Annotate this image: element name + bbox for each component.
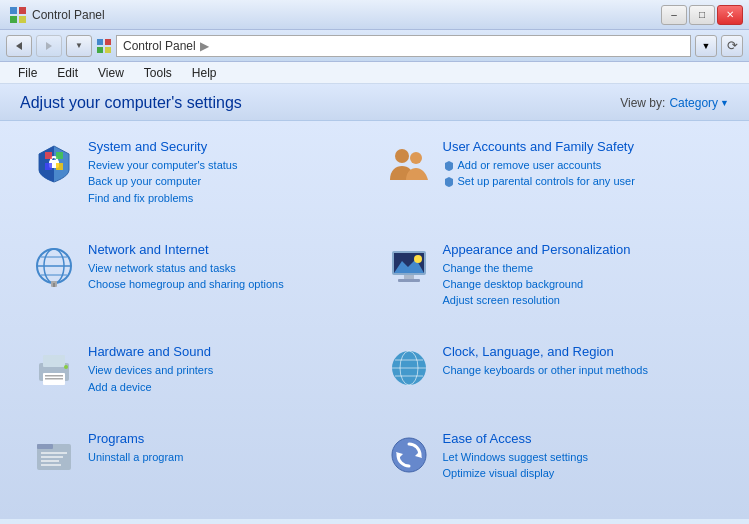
menu-tools[interactable]: Tools xyxy=(136,64,180,82)
link-desktop-bg[interactable]: Change desktop background xyxy=(443,277,720,292)
svg-rect-0 xyxy=(10,7,17,14)
hardware-icon xyxy=(30,344,78,392)
menu-view[interactable]: View xyxy=(90,64,132,82)
window-controls: – □ ✕ xyxy=(661,5,743,25)
maximize-button[interactable]: □ xyxy=(689,5,715,25)
system-security-text: System and Security Review your computer… xyxy=(88,139,365,206)
svg-point-28 xyxy=(414,255,422,263)
category-system-security[interactable]: System and Security Review your computer… xyxy=(20,131,375,234)
link-network-status[interactable]: View network status and tasks xyxy=(88,261,365,276)
svg-rect-47 xyxy=(41,464,61,466)
link-devices-printers[interactable]: View devices and printers xyxy=(88,363,365,378)
minimize-button[interactable]: – xyxy=(661,5,687,25)
link-homegroup[interactable]: Choose homegroup and sharing options xyxy=(88,277,365,292)
svg-rect-6 xyxy=(97,39,103,45)
svg-point-36 xyxy=(64,365,68,369)
svg-rect-34 xyxy=(45,375,63,377)
main-content: Adjust your computer's settings View by:… xyxy=(0,84,749,524)
title-bar: Control Panel – □ ✕ xyxy=(0,0,749,30)
address-dropdown[interactable]: ▼ xyxy=(695,35,717,57)
appearance-text: Appearance and Personalization Change th… xyxy=(443,242,720,309)
ease-of-access-title[interactable]: Ease of Access xyxy=(443,431,720,448)
svg-point-16 xyxy=(395,149,409,163)
network-text: Network and Internet View network status… xyxy=(88,242,365,293)
address-icon xyxy=(96,38,112,54)
back-button[interactable] xyxy=(6,35,32,57)
address-field[interactable]: Control Panel ▶ xyxy=(116,35,691,57)
svg-point-17 xyxy=(410,152,422,164)
link-suggest-settings[interactable]: Let Windows suggest settings xyxy=(443,450,720,465)
view-by: View by: Category ▼ xyxy=(620,96,729,110)
menu-file[interactable]: File xyxy=(10,64,45,82)
svg-rect-14 xyxy=(45,163,52,170)
hardware-links: View devices and printers Add a device xyxy=(88,363,365,395)
dropdown-button[interactable]: ▼ xyxy=(66,35,92,57)
link-keyboards[interactable]: Change keyboards or other input methods xyxy=(443,363,720,378)
link-change-theme[interactable]: Change the theme xyxy=(443,261,720,276)
svg-marker-4 xyxy=(16,42,22,50)
page-title: Adjust your computer's settings xyxy=(20,94,242,112)
user-accounts-text: User Accounts and Family Safety Add or r… xyxy=(443,139,720,190)
svg-rect-46 xyxy=(41,460,59,462)
link-fix-problems[interactable]: Find and fix problems xyxy=(88,191,365,206)
hardware-title[interactable]: Hardware and Sound xyxy=(88,344,365,361)
menu-help[interactable]: Help xyxy=(184,64,225,82)
link-review-status[interactable]: Review your computer's status xyxy=(88,158,365,173)
appearance-icon xyxy=(385,242,433,290)
link-add-remove-accounts[interactable]: Add or remove user accounts xyxy=(443,158,720,173)
clock-links: Change keyboards or other input methods xyxy=(443,363,720,378)
close-button[interactable]: ✕ xyxy=(717,5,743,25)
svg-rect-2 xyxy=(10,16,17,23)
categories-grid: System and Security Review your computer… xyxy=(0,121,749,519)
svg-marker-5 xyxy=(46,42,52,50)
appearance-links: Change the theme Change desktop backgrou… xyxy=(443,261,720,309)
programs-links: Uninstall a program xyxy=(88,450,365,465)
system-security-title[interactable]: System and Security xyxy=(88,139,365,156)
category-appearance[interactable]: Appearance and Personalization Change th… xyxy=(375,234,730,337)
ease-of-access-text: Ease of Access Let Windows suggest setti… xyxy=(443,431,720,482)
category-user-accounts[interactable]: User Accounts and Family Safety Add or r… xyxy=(375,131,730,234)
category-programs[interactable]: Programs Uninstall a program xyxy=(20,423,375,509)
menu-edit[interactable]: Edit xyxy=(49,64,86,82)
category-network[interactable]: Network and Internet View network status… xyxy=(20,234,375,337)
link-parental-controls[interactable]: Set up parental controls for any user xyxy=(443,174,720,189)
svg-rect-15 xyxy=(56,163,63,170)
category-ease-of-access[interactable]: Ease of Access Let Windows suggest setti… xyxy=(375,423,730,509)
link-backup[interactable]: Back up your computer xyxy=(88,174,365,189)
category-hardware[interactable]: Hardware and Sound View devices and prin… xyxy=(20,336,375,422)
system-security-links: Review your computer's status Back up yo… xyxy=(88,158,365,206)
hardware-text: Hardware and Sound View devices and prin… xyxy=(88,344,365,395)
link-screen-resolution[interactable]: Adjust screen resolution xyxy=(443,293,720,308)
view-by-selector[interactable]: Category ▼ xyxy=(669,96,729,110)
link-uninstall[interactable]: Uninstall a program xyxy=(88,450,365,465)
link-add-device[interactable]: Add a device xyxy=(88,380,365,395)
svg-rect-45 xyxy=(41,456,63,458)
programs-text: Programs Uninstall a program xyxy=(88,431,365,465)
network-links: View network status and tasks Choose hom… xyxy=(88,261,365,293)
network-title[interactable]: Network and Internet xyxy=(88,242,365,259)
svg-rect-1 xyxy=(19,7,26,14)
forward-button[interactable] xyxy=(36,35,62,57)
user-accounts-title[interactable]: User Accounts and Family Safety xyxy=(443,139,720,156)
refresh-button[interactable]: ⟳ xyxy=(721,35,743,57)
link-optimize-display[interactable]: Optimize visual display xyxy=(443,466,720,481)
user-accounts-icon xyxy=(385,139,433,187)
svg-rect-3 xyxy=(19,16,26,23)
svg-rect-30 xyxy=(398,279,420,282)
svg-rect-32 xyxy=(43,355,65,367)
clock-text: Clock, Language, and Region Change keybo… xyxy=(443,344,720,378)
svg-rect-12 xyxy=(45,152,52,159)
system-security-icon xyxy=(30,139,78,187)
menu-bar: File Edit View Tools Help xyxy=(0,62,749,84)
clock-title[interactable]: Clock, Language, and Region xyxy=(443,344,720,361)
title-bar-text: Control Panel xyxy=(32,8,105,22)
ease-of-access-links: Let Windows suggest settings Optimize vi… xyxy=(443,450,720,482)
category-clock[interactable]: Clock, Language, and Region Change keybo… xyxy=(375,336,730,422)
svg-rect-43 xyxy=(37,444,53,449)
svg-rect-9 xyxy=(105,47,111,53)
address-bar: ▼ Control Panel ▶ ▼ ⟳ xyxy=(0,30,749,62)
appearance-title[interactable]: Appearance and Personalization xyxy=(443,242,720,259)
user-accounts-links: Add or remove user accounts Set up paren… xyxy=(443,158,720,190)
programs-title[interactable]: Programs xyxy=(88,431,365,448)
svg-rect-29 xyxy=(404,275,414,279)
